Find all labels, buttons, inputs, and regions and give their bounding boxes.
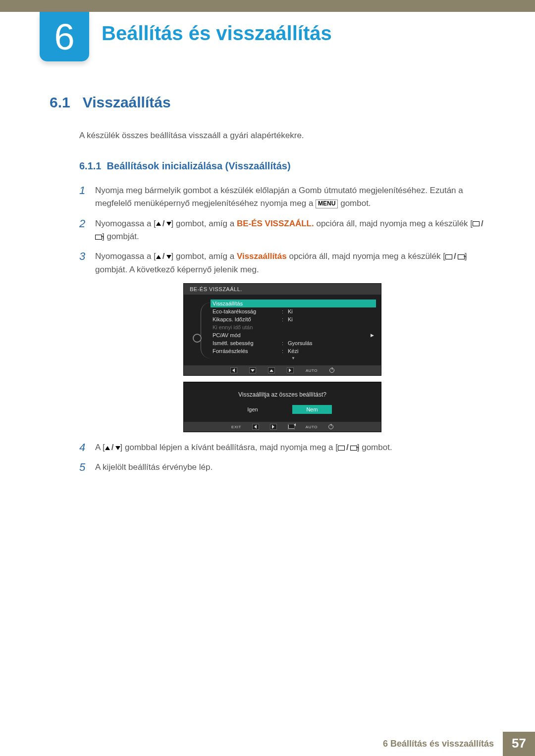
footer: 6 Beállítás és visszaállítás 57 xyxy=(0,732,535,756)
source-icon xyxy=(350,446,357,451)
source-icon xyxy=(95,235,102,240)
osd-nav-bar: AUTO xyxy=(184,365,381,375)
step-number: 4 xyxy=(79,441,95,454)
confirm-yes-button[interactable]: Igen xyxy=(233,405,272,414)
nav-enter-icon[interactable] xyxy=(288,424,295,430)
confirm-dialog: Visszaállítja az összes beállítást? Igen… xyxy=(183,382,381,432)
source-icon xyxy=(458,254,465,259)
nav-right-icon[interactable] xyxy=(270,424,277,430)
rect-icon xyxy=(338,446,345,451)
osd-item-disabled: Ki ennyi idő után xyxy=(211,323,376,331)
up-arrow-icon xyxy=(105,446,110,450)
osd-item[interactable]: Kikapcs. Időzítő:Ki xyxy=(211,315,376,323)
osd-item-selected[interactable]: Visszaállítás xyxy=(211,300,376,307)
down-arrow-icon xyxy=(166,255,171,259)
highlight-option: BE-ÉS VISSZAÁLL. xyxy=(237,219,314,228)
osd-menu: BE-ÉS VISSZAÁLL. Visszaállítás Eco-takar… xyxy=(183,283,381,376)
footer-page-number: 57 xyxy=(503,732,535,756)
step-number: 5 xyxy=(79,461,95,474)
step-number: 1 xyxy=(79,184,95,210)
step-text: A kijelölt beállítás érvénybe lép. xyxy=(95,461,485,474)
up-arrow-icon xyxy=(156,222,161,226)
subsection-title: Beállítások inicializálása (Visszaállítá… xyxy=(107,160,291,171)
header-bar xyxy=(0,0,535,12)
rect-icon xyxy=(473,221,480,226)
content: 6.1 Visszaállítás A készülék összes beál… xyxy=(50,94,485,481)
down-arrow-icon xyxy=(166,222,171,226)
osd-title: BE-ÉS VISSZAÁLL. xyxy=(184,284,381,295)
power-icon[interactable] xyxy=(329,368,334,373)
step-text: Nyomja meg bármelyik gombot a készülék e… xyxy=(95,184,485,210)
down-arrow-icon xyxy=(115,446,120,450)
scroll-down-icon: ▼ xyxy=(211,355,376,361)
step-text: A [/] gombbal lépjen a kívánt beállításr… xyxy=(95,441,485,454)
step-text: Nyomogassa a [/] gombot, amíg a BE-ÉS VI… xyxy=(95,217,485,244)
step-number: 3 xyxy=(79,250,95,276)
steps-list: 1 Nyomja meg bármelyik gombot a készülék… xyxy=(79,184,485,474)
up-arrow-icon xyxy=(156,255,161,259)
rect-icon xyxy=(445,254,452,259)
osd-item[interactable]: Forrásészlelés:Kézi xyxy=(211,347,376,355)
step-4: 4 A [/] gombbal lépjen a kívánt beállítá… xyxy=(79,441,485,454)
subsection-heading: 6.1.1 Beállítások inicializálása (Vissza… xyxy=(79,160,485,172)
chapter-number: 6 xyxy=(54,16,74,58)
highlight-option: Visszaállítás xyxy=(237,252,287,261)
confirm-nav-bar: EXIT AUTO xyxy=(184,422,381,432)
nav-up-icon[interactable] xyxy=(268,367,275,373)
step-5: 5 A kijelölt beállítás érvénybe lép. xyxy=(79,461,485,474)
osd-item[interactable]: Ismétl. sebesség:Gyorsulás xyxy=(211,339,376,347)
osd-item[interactable]: Eco-takarékosság:Ki xyxy=(211,307,376,315)
nav-right-icon[interactable] xyxy=(287,367,294,373)
subsection-number: 6.1.1 xyxy=(79,160,101,171)
step-number: 2 xyxy=(79,217,95,244)
power-icon[interactable] xyxy=(328,424,333,429)
nav-auto-button[interactable]: AUTO xyxy=(306,368,318,373)
nav-down-icon[interactable] xyxy=(249,367,256,373)
nav-auto-button[interactable]: AUTO xyxy=(306,425,318,429)
confirm-question: Visszaállítja az összes beállítást? xyxy=(184,382,381,405)
section-number: 6.1 xyxy=(50,94,70,111)
submenu-arrow-icon: ▶ xyxy=(367,333,374,338)
nav-exit-button[interactable]: EXIT xyxy=(231,425,241,429)
step-text: Nyomogassa a [/] gombot, amíg a Visszaál… xyxy=(95,250,485,276)
footer-chapter: 6 Beállítás és visszaállítás xyxy=(374,732,503,756)
osd-items: Visszaállítás Eco-takarékosság:Ki Kikapc… xyxy=(211,298,381,363)
section-intro: A készülék összes beállítása visszaáll a… xyxy=(79,131,485,141)
section-title: Visszaállítás xyxy=(83,94,171,111)
chapter-title: Beállítás és visszaállítás xyxy=(102,22,332,45)
chapter-badge: 6 xyxy=(40,12,89,61)
section-heading: 6.1 Visszaállítás xyxy=(50,94,485,111)
step-1: 1 Nyomja meg bármelyik gombot a készülék… xyxy=(79,184,485,210)
confirm-no-button[interactable]: Nem xyxy=(292,405,332,414)
step-3: 3 Nyomogassa a [/] gombot, amíg a Vissza… xyxy=(79,250,485,276)
osd-item[interactable]: PC/AV mód▶ xyxy=(211,331,376,339)
step-2: 2 Nyomogassa a [/] gombot, amíg a BE-ÉS … xyxy=(79,217,485,244)
nav-left-icon[interactable] xyxy=(230,367,237,373)
menu-button-icon: MENU xyxy=(316,200,338,208)
nav-left-icon[interactable] xyxy=(252,424,259,430)
